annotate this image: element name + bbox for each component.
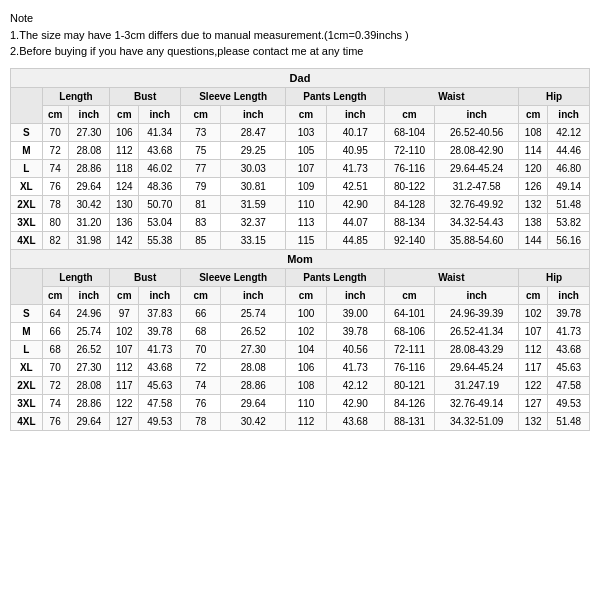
cell-1-1-7: 102 (286, 323, 327, 341)
cell-1-3-2: 27.30 (68, 359, 110, 377)
cell-1-6-1: 76 (42, 413, 68, 431)
cell-0-0-2: 27.30 (68, 123, 110, 141)
cell-1-1-3: 102 (110, 323, 139, 341)
cell-1-1-2: 25.74 (68, 323, 110, 341)
cell-1-6-6: 30.42 (221, 413, 286, 431)
cell-1-1-0: M (11, 323, 43, 341)
cell-0-0-0: S (11, 123, 43, 141)
header-group-0-0: Length (42, 87, 110, 105)
cell-0-2-0: L (11, 159, 43, 177)
cell-1-0-3: 97 (110, 305, 139, 323)
cell-1-3-8: 41.73 (326, 359, 384, 377)
cell-0-4-5: 81 (181, 195, 221, 213)
cell-1-3-11: 117 (519, 359, 548, 377)
cell-1-3-4: 43.68 (139, 359, 181, 377)
cell-1-0-9: 64-101 (384, 305, 435, 323)
cell-0-0-9: 68-104 (384, 123, 435, 141)
cell-1-0-10: 24.96-39.39 (435, 305, 519, 323)
sub-header-1-1: inch (68, 287, 110, 305)
sub-header-0-1: inch (68, 105, 110, 123)
cell-1-2-7: 104 (286, 341, 327, 359)
sub-header-0-11: inch (548, 105, 590, 123)
cell-0-4-6: 31.59 (221, 195, 286, 213)
cell-0-4-4: 50.70 (139, 195, 181, 213)
cell-1-2-4: 41.73 (139, 341, 181, 359)
cell-1-1-8: 39.78 (326, 323, 384, 341)
sub-header-0-7: inch (326, 105, 384, 123)
cell-0-5-10: 34.32-54.43 (435, 213, 519, 231)
sub-header-1-3: inch (139, 287, 181, 305)
cell-0-6-3: 142 (110, 231, 139, 249)
sub-header-1-4: cm (181, 287, 221, 305)
cell-0-1-12: 44.46 (548, 141, 590, 159)
cell-1-2-2: 26.52 (68, 341, 110, 359)
table-row-1-0: S6424.969737.836625.7410039.0064-10124.9… (11, 305, 590, 323)
cell-1-3-3: 112 (110, 359, 139, 377)
cell-0-0-5: 73 (181, 123, 221, 141)
sub-header-1-9: inch (435, 287, 519, 305)
cell-1-5-3: 122 (110, 395, 139, 413)
sub-header-1-6: cm (286, 287, 327, 305)
cell-0-1-4: 43.68 (139, 141, 181, 159)
cell-1-2-6: 27.30 (221, 341, 286, 359)
cell-1-4-8: 42.12 (326, 377, 384, 395)
cell-1-4-1: 72 (42, 377, 68, 395)
cell-0-6-1: 82 (42, 231, 68, 249)
cell-1-3-5: 72 (181, 359, 221, 377)
header-group-0-3: Pants Length (286, 87, 384, 105)
cell-0-4-12: 51.48 (548, 195, 590, 213)
cell-1-2-11: 112 (519, 341, 548, 359)
header-group-0-5: Hip (519, 87, 590, 105)
cell-0-3-11: 126 (519, 177, 548, 195)
cell-1-5-6: 29.64 (221, 395, 286, 413)
cell-0-4-1: 78 (42, 195, 68, 213)
cell-1-5-2: 28.86 (68, 395, 110, 413)
cell-0-2-4: 46.02 (139, 159, 181, 177)
cell-0-2-6: 30.03 (221, 159, 286, 177)
cell-1-6-7: 112 (286, 413, 327, 431)
cell-1-3-7: 106 (286, 359, 327, 377)
size-chart-table: DadLengthBustSleeve LengthPants LengthWa… (10, 68, 590, 432)
cell-1-0-8: 39.00 (326, 305, 384, 323)
cell-0-1-8: 40.95 (326, 141, 384, 159)
header-group-1-2: Sleeve Length (181, 269, 286, 287)
cell-0-0-10: 26.52-40.56 (435, 123, 519, 141)
table-row-1-4: 2XL7228.0811745.637428.8610842.1280-1213… (11, 377, 590, 395)
cell-0-0-3: 106 (110, 123, 139, 141)
cell-1-5-0: 3XL (11, 395, 43, 413)
cell-1-2-10: 28.08-43.29 (435, 341, 519, 359)
cell-1-4-11: 122 (519, 377, 548, 395)
cell-1-1-4: 39.78 (139, 323, 181, 341)
cell-1-1-10: 26.52-41.34 (435, 323, 519, 341)
cell-1-0-7: 100 (286, 305, 327, 323)
sub-header-1-8: cm (384, 287, 435, 305)
cell-0-6-10: 35.88-54.60 (435, 231, 519, 249)
cell-1-0-2: 24.96 (68, 305, 110, 323)
cell-1-4-7: 108 (286, 377, 327, 395)
cell-1-3-10: 29.64-45.24 (435, 359, 519, 377)
cell-0-5-5: 83 (181, 213, 221, 231)
sub-header-1-2: cm (110, 287, 139, 305)
cell-1-5-7: 110 (286, 395, 327, 413)
cell-0-3-3: 124 (110, 177, 139, 195)
table-row-1-2: L6826.5210741.737027.3010440.5672-11128.… (11, 341, 590, 359)
cell-0-4-3: 130 (110, 195, 139, 213)
cell-0-6-8: 44.85 (326, 231, 384, 249)
cell-1-4-4: 45.63 (139, 377, 181, 395)
notes-section: Note 1.The size may have 1-3cm differs d… (10, 10, 590, 60)
cell-1-5-11: 127 (519, 395, 548, 413)
cell-1-1-11: 107 (519, 323, 548, 341)
cell-0-1-2: 28.08 (68, 141, 110, 159)
cell-1-6-9: 88-131 (384, 413, 435, 431)
cell-1-6-10: 34.32-51.09 (435, 413, 519, 431)
cell-1-0-1: 64 (42, 305, 68, 323)
cell-1-6-5: 78 (181, 413, 221, 431)
cell-0-1-3: 112 (110, 141, 139, 159)
table-row-0-5: 3XL8031.2013653.048332.3711344.0788-1343… (11, 213, 590, 231)
cell-0-2-3: 118 (110, 159, 139, 177)
cell-0-4-7: 110 (286, 195, 327, 213)
cell-0-5-12: 53.82 (548, 213, 590, 231)
sub-header-1-0: cm (42, 287, 68, 305)
header-group-1-3: Pants Length (286, 269, 384, 287)
cell-1-2-1: 68 (42, 341, 68, 359)
